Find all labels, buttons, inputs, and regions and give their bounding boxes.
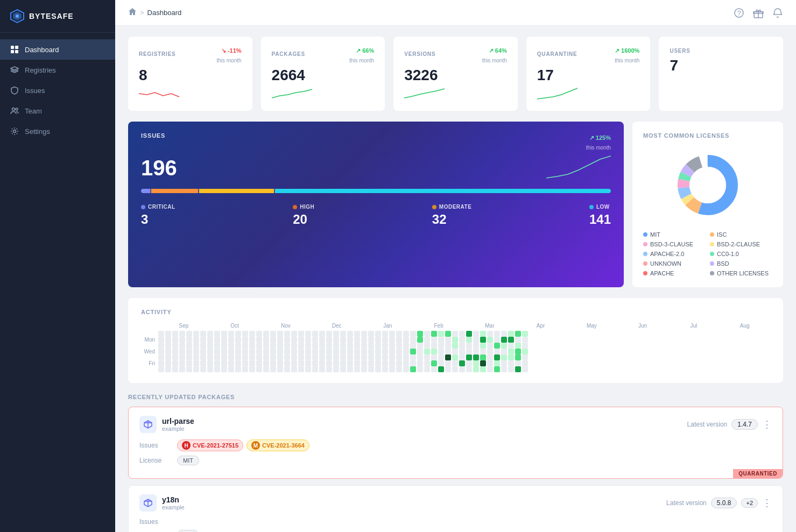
activity-cell [263,349,269,354]
donut-chart [643,147,772,223]
activity-cell [165,360,171,366]
activity-cell [305,331,311,337]
activity-cell [375,360,381,366]
activity-cell [487,349,493,354]
activity-cell [193,360,199,366]
activity-cell [277,366,283,372]
sidebar-item-team[interactable]: Team [0,101,115,121]
activity-cell [375,349,381,354]
versions-this-month: this month [482,58,507,63]
registries-sparkline [139,87,182,100]
activity-cell [501,331,507,337]
activity-cell [214,360,220,366]
package-name-urlparse: url-parse [162,417,194,425]
activity-cell [452,354,458,360]
activity-cell [256,360,262,366]
activity-cell [207,349,213,354]
activity-cell [494,349,500,354]
activity-cell [319,331,325,337]
activity-cell [466,354,472,360]
package-more-btn-urlparse[interactable]: ⋮ [762,420,772,429]
version-badge-y18n: 5.0.8 [711,498,737,508]
activity-cell [221,331,227,337]
activity-cell [305,360,311,366]
activity-cell [431,349,437,354]
activity-cell [186,331,192,337]
activity-cell [298,360,304,366]
header-actions: ? [734,8,783,18]
activity-cell [382,354,388,360]
activity-cell [501,354,507,360]
activity-cell [242,354,248,360]
issue-badge-h-cve1[interactable]: H CVE-2021-27515 [177,439,243,451]
activity-cell [326,331,332,337]
activity-cell [179,354,185,360]
activity-cell [305,354,311,360]
header: > Dashboard ? [115,0,796,26]
sidebar-item-registries[interactable]: Registries [0,60,115,80]
layers-icon [10,65,19,75]
sidebar-item-issues[interactable]: Issues [0,80,115,101]
activity-cell [179,337,185,343]
activity-cell [368,360,374,366]
activity-cell [207,331,213,337]
grid-icon [10,45,19,54]
help-icon[interactable]: ? [734,8,744,18]
breadcrumb-home-icon[interactable] [128,8,137,18]
activity-cell [179,349,185,354]
legend-mit: MIT [643,231,706,238]
gift-icon[interactable] [753,8,764,18]
activity-cell [382,349,388,354]
activity-cell [200,354,206,360]
activity-cell [200,349,206,354]
dot-high [293,205,297,209]
activity-cell [291,331,297,337]
activity-cell [508,360,514,366]
activity-cell [473,349,479,354]
activity-cell [277,360,283,366]
activity-cell [319,360,325,366]
activity-cell [221,354,227,360]
issues-trend: ↗ 125% [589,134,611,141]
activity-cell [256,354,262,360]
bell-icon[interactable] [772,8,783,18]
activity-cell [263,337,269,343]
issue-badge-m-cve2[interactable]: M CVE-2021-3664 [246,439,309,451]
activity-cell [480,354,486,360]
activity-cell [235,349,241,354]
activity-cell [249,349,255,354]
activity-cell [501,337,507,343]
activity-cell [354,354,360,360]
activity-cell [417,360,423,366]
activity-cell [396,366,402,372]
activity-cell [361,337,367,343]
activity-cell [424,343,430,349]
activity-cell [466,366,472,372]
activity-cell [410,349,416,354]
activity-cell [480,331,486,337]
activity-cell [375,343,381,349]
activity-cell [242,349,248,354]
activity-cell [473,366,479,372]
activity-cell [445,343,451,349]
activity-cell [410,343,416,349]
package-card-urlparse: url-parse example Latest version 1.4.7 ⋮… [128,407,783,479]
activity-cell [277,343,283,349]
package-name-y18n: y18n [162,495,185,504]
activity-cell [508,337,514,343]
legend-dot-bsd3 [643,242,647,246]
activity-cell [305,366,311,372]
activity-cell [459,331,465,337]
activity-cell [438,360,444,366]
activity-cell [221,337,227,343]
license-field-label: License [139,457,172,464]
package-more-btn-y18n[interactable]: ⋮ [762,498,772,508]
sidebar-item-settings[interactable]: Settings [0,121,115,141]
activity-cell [508,354,514,360]
sidebar-item-dashboard[interactable]: Dashboard [0,39,115,60]
activity-cell [263,331,269,337]
breadcrumb-separator: > [140,9,144,17]
activity-cell [347,331,353,337]
svg-point-21 [689,167,726,203]
activity-cell [270,354,276,360]
